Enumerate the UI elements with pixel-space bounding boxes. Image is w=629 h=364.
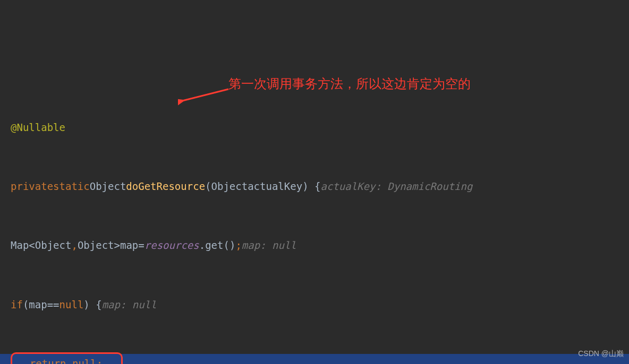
annotation-nullable: @Nullable xyxy=(11,118,65,137)
line-5-highlighted: return null; xyxy=(0,354,629,364)
svg-line-1 xyxy=(182,89,228,101)
line-4: if (map == null) { map: null xyxy=(0,295,629,315)
line-3: Map<Object, Object> map = resources.get(… xyxy=(0,236,629,255)
inline-hint: map: null xyxy=(242,236,296,255)
method-name: doGetResource xyxy=(126,177,205,196)
line-1: @Nullable xyxy=(0,118,629,137)
line-2: private static Object doGetResource(Obje… xyxy=(0,177,629,196)
inline-hint: actualKey: DynamicRouting xyxy=(320,177,472,196)
inline-hint: map: null xyxy=(102,295,157,315)
arrow-icon xyxy=(178,88,231,109)
code-editor: @Nullable private static Object doGetRes… xyxy=(0,79,629,364)
watermark: CSDN @山巅 xyxy=(578,346,624,361)
red-outline-box: return null; xyxy=(11,352,123,364)
red-annotation-text: 第一次调用事务方法，所以这边肯定为空的 xyxy=(228,72,471,97)
